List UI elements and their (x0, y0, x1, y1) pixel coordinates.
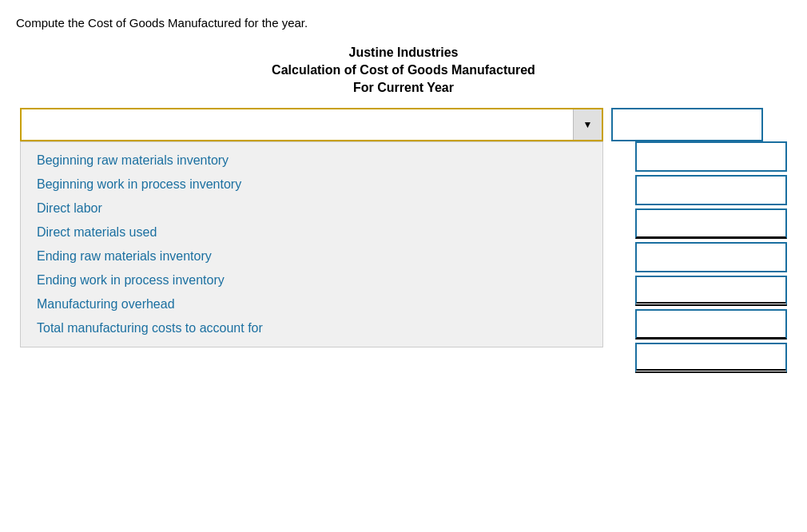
value-input-3[interactable] (635, 208, 787, 239)
value-input-1[interactable] (635, 141, 787, 172)
dropdown-list: Beginning raw materials inventory Beginn… (20, 141, 603, 347)
instruction-text: Compute the Cost of Goods Manufactured f… (16, 16, 791, 30)
dropdown-item-direct-materials[interactable]: Direct materials used (21, 220, 602, 244)
table-container: ▼ Beginning raw materials inventory Begi… (20, 108, 787, 141)
dropdown-input[interactable] (22, 115, 573, 135)
value-input-7[interactable] (635, 343, 787, 373)
dropdown-arrow-button[interactable]: ▼ (573, 109, 602, 140)
chevron-down-icon: ▼ (583, 119, 593, 130)
dropdown-item-mfg-overhead[interactable]: Manufacturing overhead (21, 292, 602, 316)
top-row: ▼ (20, 108, 787, 141)
dropdown-item-total-mfg[interactable]: Total manufacturing costs to account for (21, 316, 602, 340)
dropdown-item-ending-raw[interactable]: Ending raw materials inventory (21, 244, 602, 268)
top-value-input[interactable] (611, 108, 763, 141)
dropdown-item-ending-wip[interactable]: Ending work in process inventory (21, 268, 602, 292)
value-input-6[interactable] (635, 309, 787, 339)
dropdown-item-beginning-wip[interactable]: Beginning work in process inventory (21, 173, 602, 197)
value-inputs-column (635, 141, 787, 375)
company-name: Justine Industries (16, 46, 791, 60)
value-input-2[interactable] (635, 175, 787, 205)
dropdown-wrapper: ▼ (20, 108, 603, 141)
value-input-5[interactable] (635, 276, 787, 306)
report-title: Calculation of Cost of Goods Manufacture… (16, 63, 791, 77)
dropdown-item-direct-labor[interactable]: Direct labor (21, 197, 602, 220)
dropdown-item-beginning-raw[interactable]: Beginning raw materials inventory (21, 149, 602, 173)
report-period: For Current Year (16, 81, 791, 95)
value-input-4[interactable] (635, 242, 787, 272)
